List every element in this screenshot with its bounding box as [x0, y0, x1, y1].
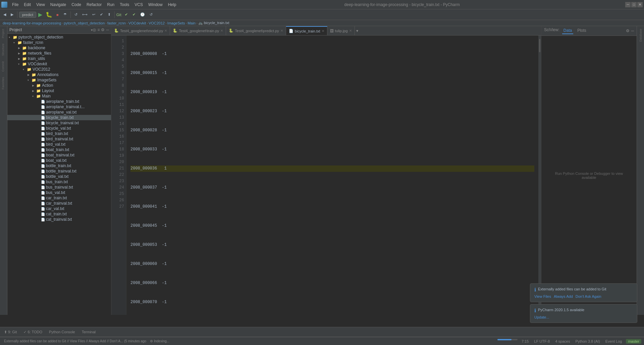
- sciview-settings-icon[interactable]: ⚙: [626, 28, 630, 33]
- notif-update-link[interactable]: Update...: [534, 315, 549, 319]
- collapse-icon[interactable]: ≡: [97, 27, 100, 32]
- coverage-button[interactable]: ☂: [61, 10, 69, 19]
- tree-item-bird-trainval[interactable]: ▶ 📄 bird_trainval.txt: [7, 136, 111, 142]
- stop-button[interactable]: ■: [54, 10, 61, 19]
- menu-window[interactable]: Window: [146, 2, 165, 8]
- tree-item-car-val[interactable]: ▶ 📄 car_val.txt: [7, 206, 111, 211]
- database-label[interactable]: Database: [638, 26, 644, 45]
- breadcrumb-file[interactable]: 🚲 bicycle_train.txt: [198, 21, 229, 25]
- close-tab-predict[interactable]: ✕: [280, 29, 283, 32]
- tab-git[interactable]: ⬆ 9: Git: [1, 329, 19, 335]
- menu-edit[interactable]: Edit: [21, 2, 34, 8]
- menu-run[interactable]: Run: [104, 2, 117, 8]
- tree-item-imagesets[interactable]: ▾ 📁 ImageSets: [7, 77, 111, 83]
- tree-item-bus-train[interactable]: ▶ 📄 bus_train.txt: [7, 179, 111, 185]
- breadcrumb-pytorch[interactable]: pytorch_object_detection: [64, 21, 105, 25]
- tree-item-action[interactable]: ▶ 📁 Action: [7, 83, 111, 88]
- tree-item-aeroplane-train[interactable]: ▶ 📄 aeroplane_train.txt: [7, 99, 111, 104]
- git-check2-button[interactable]: ✔: [130, 10, 138, 19]
- run-button[interactable]: ▶: [37, 11, 44, 18]
- tree-item-aeroplane-trainval[interactable]: ▶ 📄 aeroplane_trainval.t...: [7, 104, 111, 110]
- tab-predict[interactable]: 🐍 Test4_googlenet\predict.py ✕: [226, 26, 286, 35]
- menu-navigate[interactable]: Navigate: [48, 2, 69, 8]
- toolbar-forward-button[interactable]: ▶: [9, 10, 15, 19]
- tree-item-bird-train[interactable]: ▶ 📄 bird_train.txt: [7, 131, 111, 136]
- git-check-button[interactable]: ✔: [123, 10, 130, 19]
- project-tree[interactable]: ▾ 📁 pytorch_object_detection ▾ 📁 faster_…: [7, 34, 111, 315]
- tree-item-bird-val[interactable]: ▶ 📄 bird_val.txt: [7, 142, 111, 147]
- status-position[interactable]: 7:15: [520, 339, 530, 344]
- sciview-tab-plots[interactable]: Plots: [576, 27, 588, 34]
- tree-item-annotations[interactable]: ▶ 📁 Annotations: [7, 72, 111, 77]
- git-history-button[interactable]: 🕐: [138, 10, 147, 19]
- rollback-button[interactable]: ↩: [90, 10, 97, 19]
- push-button[interactable]: ⬆: [106, 10, 113, 19]
- breadcrumb-main[interactable]: Main: [187, 21, 196, 25]
- tree-item-bicycle-trainval[interactable]: ▶ 📄 bicycle_trainval.txt: [7, 120, 111, 126]
- tree-item-cat-train[interactable]: ▶ 📄 cat_train.txt: [7, 211, 111, 217]
- tree-item-bicycle-train[interactable]: ▶ 📄 bicycle_train.txt: [7, 115, 111, 120]
- status-event-log[interactable]: Event Log: [604, 339, 624, 344]
- commit-button[interactable]: ✔: [98, 10, 105, 19]
- sciview-tab-data[interactable]: Data: [562, 27, 573, 34]
- close-tab-train[interactable]: ✕: [220, 29, 223, 32]
- tree-item-bottle-train[interactable]: ▶ 📄 bottle_train.txt: [7, 163, 111, 168]
- menu-refactor[interactable]: Refactor: [84, 2, 104, 8]
- status-encoding[interactable]: LF UTF-8: [533, 339, 551, 344]
- tree-item-network-files[interactable]: ▶ 📁 network_files: [7, 51, 111, 56]
- tree-item-layout[interactable]: ▶ 📁 Layout: [7, 88, 111, 93]
- tree-item-bus-trainval[interactable]: ▶ 📄 bus_trainval.txt: [7, 185, 111, 190]
- tree-item-car-trainval[interactable]: ▶ 📄 car_trainval.txt: [7, 201, 111, 206]
- tree-item-cat-trainval[interactable]: ▶ 📄 cat_trainval.txt: [7, 217, 111, 222]
- sidebar-label-structure[interactable]: Structure: [0, 41, 7, 59]
- status-python[interactable]: Python 3.8 (AI): [574, 339, 601, 344]
- menu-code[interactable]: Code: [69, 2, 84, 8]
- breadcrumb-imagesets[interactable]: ImageSets: [167, 21, 185, 25]
- update-button[interactable]: ↺: [72, 10, 79, 19]
- toolbar-back-button[interactable]: ◀: [1, 10, 8, 19]
- tab-model[interactable]: 🐍 Test4_googlenet\model.py ✕: [111, 26, 170, 35]
- sciview-close-icon[interactable]: ─: [631, 28, 634, 33]
- notif-always-add-link[interactable]: Always Add: [554, 294, 573, 298]
- menu-vcs[interactable]: VCS: [132, 2, 146, 8]
- tree-item-boat-val[interactable]: ▶ 📄 boat_val.txt: [7, 158, 111, 163]
- tree-item-pytorch[interactable]: ▾ 📁 pytorch_object_detection: [7, 34, 111, 40]
- menu-tools[interactable]: Tools: [117, 2, 132, 8]
- close-tab-bicycle[interactable]: ✕: [322, 29, 324, 33]
- diff-button[interactable]: ⟷: [80, 10, 90, 19]
- tree-item-voc2012[interactable]: ▾ 📁 VOC2012: [7, 67, 111, 72]
- menu-file[interactable]: File: [9, 2, 21, 8]
- sidebar-label-commit[interactable]: Commit: [0, 59, 7, 74]
- minimize-button[interactable]: ─: [625, 2, 631, 7]
- predict-dropdown[interactable]: predict: [19, 12, 36, 18]
- tree-item-bicycle-val[interactable]: ▶ 📄 bicycle_val.txt: [7, 126, 111, 131]
- close-tab-tulip[interactable]: ✕: [349, 29, 352, 32]
- breadcrumb-voc2012[interactable]: VOC2012: [149, 21, 165, 25]
- settings-icon[interactable]: ⚙: [101, 27, 105, 32]
- tree-item-boat-train[interactable]: ▶ 📄 boat_train.txt: [7, 147, 111, 152]
- breadcrumb-vocdevkit[interactable]: VOCdevkit: [128, 21, 146, 25]
- tree-item-aeroplane-val[interactable]: ▶ 📄 aeroplane_val.txt: [7, 110, 111, 115]
- tree-item-main[interactable]: ▾ 📁 Main: [7, 93, 111, 99]
- menu-view[interactable]: View: [34, 2, 48, 8]
- tab-python-console[interactable]: Python Console: [46, 329, 78, 335]
- status-indent[interactable]: 4 spaces: [554, 339, 571, 344]
- tree-item-faster-rcnn[interactable]: ▾ 📁 faster_rcnn: [7, 40, 111, 45]
- close-tab-model[interactable]: ✕: [164, 29, 167, 32]
- tab-overflow[interactable]: ▾: [355, 26, 360, 35]
- sidebar-label-favorites[interactable]: Favorites: [0, 74, 7, 92]
- tree-item-bottle-val[interactable]: ▶ 📄 bottle_val.txt: [7, 174, 111, 179]
- menu-help[interactable]: Help: [165, 2, 179, 8]
- breadcrumb-root[interactable]: deep-learning-for-image-processing: [3, 21, 61, 25]
- editor-scrollbar[interactable]: [538, 36, 541, 315]
- tree-item-boat-trainval[interactable]: ▶ 📄 boat_trainval.txt: [7, 152, 111, 158]
- tree-item-bottle-trainval[interactable]: ▶ 📄 bottle_trainval.txt: [7, 168, 111, 174]
- notif-dont-ask-link[interactable]: Don't Ask Again: [576, 294, 601, 298]
- notif-view-files-link[interactable]: View Files: [534, 294, 551, 298]
- sidebar-label-project[interactable]: Project: [0, 26, 7, 41]
- tab-terminal[interactable]: Terminal: [79, 329, 99, 335]
- status-git-branch[interactable]: master: [626, 339, 641, 344]
- breadcrumb-faster-rcnn[interactable]: faster_rcnn: [107, 21, 126, 25]
- tree-item-train-utils[interactable]: ▶ 📁 train_utils: [7, 56, 111, 61]
- tree-item-vocdevkit[interactable]: ▾ 📁 VOCdevkit: [7, 61, 111, 67]
